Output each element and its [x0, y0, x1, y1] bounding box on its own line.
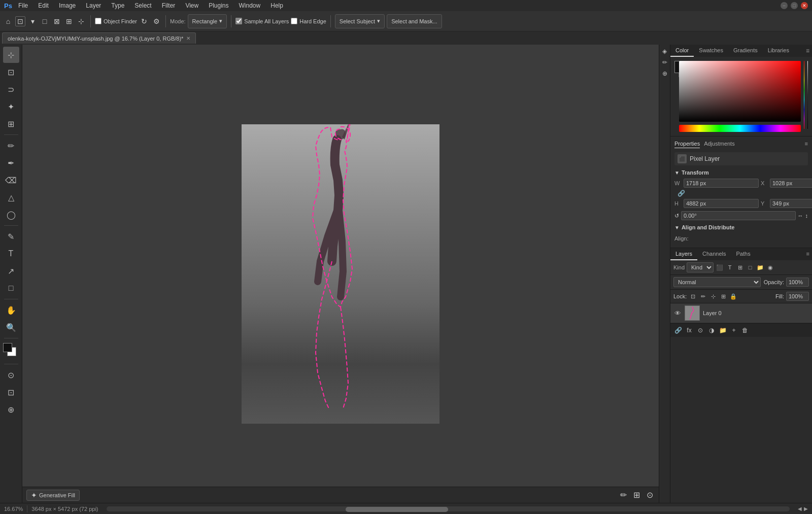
menu-select[interactable]: Select [130, 1, 155, 10]
smart-filter-icon[interactable]: ⊞ [736, 263, 744, 271]
maximize-button[interactable]: □ [791, 2, 798, 9]
kind-select[interactable]: Kind [687, 262, 714, 272]
generative-fill-button[interactable]: ✦ Generative Fill [26, 490, 80, 501]
scroll-thumb[interactable] [346, 507, 448, 512]
zoom-tool[interactable]: 🔍 [3, 319, 19, 335]
flip-horizontal-icon[interactable]: ↔ [798, 213, 803, 219]
hue-bar[interactable] [804, 61, 804, 129]
opacity-input[interactable] [786, 278, 809, 287]
hard-edge-input[interactable] [291, 18, 297, 24]
color-spectrum[interactable] [679, 125, 801, 132]
menu-file[interactable]: File [14, 1, 32, 10]
artboard-filter-icon[interactable]: ◉ [766, 263, 774, 271]
y-input[interactable] [770, 199, 812, 208]
document-tab[interactable]: olenka-kotyk-OJZVjMYUMdY-unsplash.jpg @ … [2, 32, 196, 44]
menu-edit[interactable]: Edit [34, 1, 53, 10]
x-input[interactable] [770, 179, 812, 188]
menu-filter[interactable]: Filter [158, 1, 180, 10]
tab-close-button[interactable]: ✕ [186, 36, 190, 41]
lock-all-icon[interactable]: 🔒 [729, 292, 737, 300]
hard-edge-checkbox[interactable]: Hard Edge [291, 18, 326, 24]
select-and-mask-button[interactable]: Select and Mask... [387, 14, 442, 28]
new-layer-icon[interactable]: + [729, 326, 738, 335]
folder-icon[interactable]: 📁 [718, 326, 727, 335]
secondary-tool-3[interactable]: ⊕ [660, 69, 669, 78]
flip-vertical-icon[interactable]: ↕ [805, 213, 808, 219]
menu-view[interactable]: View [181, 1, 202, 10]
layer-visibility-icon[interactable]: 👁 [673, 309, 682, 317]
quick-mask-tool[interactable]: ⊙ [3, 367, 19, 383]
panel-collapse-icon[interactable]: ≡ [805, 141, 808, 148]
tab-adjustments[interactable]: Adjustments [704, 141, 735, 148]
shape-tool[interactable]: □ [3, 280, 19, 296]
extra-tools[interactable]: ⊕ [3, 401, 19, 418]
brush-tool[interactable]: ✒ [3, 155, 19, 171]
marquee-tool-icon[interactable]: ⊡ [15, 16, 25, 26]
adjustment-icon[interactable]: ◑ [707, 326, 716, 335]
refresh-icon[interactable]: ↻ [139, 16, 149, 26]
add-mask-icon[interactable]: ⊙ [696, 326, 705, 335]
close-button[interactable]: ✕ [801, 2, 808, 9]
fg-bg-swatch[interactable] [674, 61, 676, 79]
pen-tool[interactable]: ✎ [3, 228, 19, 245]
angle-input[interactable] [681, 211, 796, 220]
tab-color[interactable]: Color [670, 45, 694, 57]
menu-help[interactable]: Help [266, 1, 287, 10]
menu-window[interactable]: Window [235, 1, 265, 10]
lock-artboard-icon[interactable]: ⊞ [719, 292, 727, 300]
sample-all-layers-input[interactable] [235, 18, 242, 24]
color-gradient[interactable] [679, 61, 801, 122]
layer-item-0[interactable]: 👁 Layer 0 [670, 303, 812, 323]
marquee-options-icon[interactable]: ▾ [27, 16, 38, 26]
tab-layers[interactable]: Layers [670, 248, 697, 260]
secondary-tool-1[interactable]: ◈ [660, 47, 669, 56]
fg-bg-colors[interactable] [3, 343, 19, 359]
adjustment-filter-icon[interactable]: T [726, 263, 734, 271]
add-icon[interactable]: □ [40, 16, 50, 26]
scroll-left-icon[interactable]: ◀ [798, 506, 802, 511]
align-arrow[interactable]: ▼ [674, 225, 680, 230]
vector-filter-icon[interactable]: □ [746, 263, 754, 271]
lock-transparency-icon[interactable]: ⊡ [689, 292, 697, 300]
dodge-tool[interactable]: ◯ [3, 207, 19, 223]
object-finder-checkbox[interactable]: Object Finder [95, 18, 137, 24]
add-link-icon[interactable]: 🔗 [673, 326, 683, 335]
camera-bottom-icon[interactable]: ⊙ [645, 490, 655, 500]
width-input[interactable] [684, 179, 759, 188]
marquee-tool[interactable]: ⊡ [3, 64, 19, 80]
transform-icon[interactable]: ⊹ [76, 16, 86, 26]
minimize-button[interactable]: – [781, 2, 788, 9]
tab-gradients[interactable]: Gradients [728, 45, 763, 57]
subtract-icon[interactable]: ⊠ [52, 16, 62, 26]
menu-image[interactable]: Image [55, 1, 80, 10]
menu-plugins[interactable]: Plugins [205, 1, 232, 10]
object-finder-input[interactable] [95, 18, 101, 24]
lasso-tool[interactable]: ⊃ [3, 81, 19, 97]
intersect-icon[interactable]: ⊞ [64, 16, 74, 26]
text-tool[interactable]: T [3, 246, 19, 262]
path-select-tool[interactable]: ↗ [3, 263, 19, 279]
screen-mode-tool[interactable]: ⊡ [3, 384, 19, 400]
tab-properties[interactable]: Properties [674, 141, 700, 148]
tab-swatches[interactable]: Swatches [694, 45, 728, 57]
brush-bottom-icon[interactable]: ✏ [618, 490, 628, 500]
height-input[interactable] [684, 199, 759, 208]
canvas-area[interactable]: DeselectSelect InverseFeather...Select a… [22, 45, 659, 503]
magic-wand-tool[interactable]: ✦ [3, 98, 19, 115]
hand-tool[interactable]: ✋ [3, 302, 19, 318]
mode-select[interactable]: Rectangle ▾ [188, 14, 227, 28]
foreground-color-swatch[interactable] [3, 343, 12, 352]
move-tool[interactable]: ⊹ [3, 47, 19, 63]
gradient-tool[interactable]: △ [3, 189, 19, 205]
select-subject-button[interactable]: Select Subject ▾ [335, 14, 385, 28]
panel-menu-icon[interactable]: ≡ [806, 47, 809, 54]
crop-tool[interactable]: ⊞ [3, 116, 19, 132]
menu-layer[interactable]: Layer [82, 1, 105, 10]
tab-paths[interactable]: Paths [731, 248, 756, 260]
home-icon[interactable]: ⌂ [3, 16, 13, 26]
settings-icon[interactable]: ⚙ [151, 16, 161, 26]
blend-mode-select[interactable]: Normal [673, 277, 761, 287]
menu-type[interactable]: Type [107, 1, 128, 10]
tab-channels[interactable]: Channels [697, 248, 731, 260]
layers-panel-menu[interactable]: ≡ [804, 248, 812, 260]
